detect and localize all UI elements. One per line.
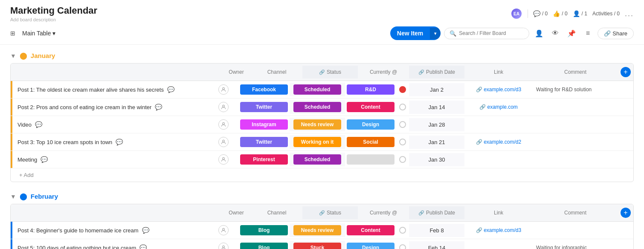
cell-channel[interactable]: Pinterest	[238, 153, 290, 166]
owner-avatar[interactable]	[218, 102, 229, 112]
link-value[interactable]: 🔗 example.com/d2	[476, 139, 521, 145]
share-button[interactable]: 🔗 Share	[598, 28, 634, 39]
comment-icon[interactable]: 💬	[155, 104, 162, 110]
owner-avatar[interactable]	[218, 137, 229, 147]
new-item-button[interactable]: New Item ▾	[390, 26, 441, 40]
cell-currently[interactable]: Content	[345, 100, 396, 114]
comment-icon[interactable]: 💬	[116, 139, 123, 145]
table-row[interactable]: Post 1: The oldest ice cream maker alive…	[11, 81, 633, 98]
dot-circle[interactable]	[399, 86, 406, 93]
dot-circle[interactable]	[399, 244, 406, 249]
comment-icon[interactable]: 💬	[41, 156, 48, 163]
comment-icon[interactable]: 💬	[35, 121, 42, 128]
cell-link[interactable]	[464, 156, 533, 163]
cell-status[interactable]: Scheduled	[290, 153, 345, 166]
cell-owner[interactable]	[209, 81, 238, 98]
table-row[interactable]: Meeting 💬 Pinterest Scheduled	[11, 151, 633, 168]
cell-publish[interactable]: Jan 21	[409, 136, 464, 149]
activities-button[interactable]: Activities / 0	[592, 11, 620, 17]
owner-avatar[interactable]	[218, 119, 229, 130]
cell-dot[interactable]	[396, 104, 409, 110]
dot-circle[interactable]	[399, 104, 406, 110]
avatar[interactable]: EA	[511, 8, 522, 20]
owner-avatar[interactable]	[218, 243, 229, 249]
table-row[interactable]: Post 4: Beginner's guide to homemade ice…	[11, 222, 633, 239]
cell-owner[interactable]	[209, 133, 238, 151]
cell-link[interactable]: 🔗 example.com/d3	[464, 224, 533, 237]
link-value[interactable]: 🔗 example.com/d3	[476, 87, 521, 93]
cell-link[interactable]	[464, 244, 533, 249]
cell-status[interactable]: Stuck	[290, 241, 345, 249]
cell-currently[interactable]	[345, 153, 396, 166]
cell-channel[interactable]: Instagram	[238, 118, 290, 131]
like-stat[interactable]: 👍 / 0	[553, 10, 567, 17]
comment-icon[interactable]: 💬	[139, 244, 147, 249]
cell-dot[interactable]	[396, 244, 409, 249]
dot-circle[interactable]	[399, 139, 406, 145]
search-input[interactable]	[459, 30, 524, 36]
cell-currently[interactable]: Design	[345, 241, 396, 249]
table-row[interactable]: Post 2: Pros and cons of eating ice crea…	[11, 98, 633, 116]
owner-avatar[interactable]	[218, 225, 229, 235]
cell-dot[interactable]	[396, 121, 409, 128]
app-subtitle[interactable]: Add board description	[10, 17, 97, 22]
eye-icon[interactable]: 👁	[549, 27, 562, 40]
table-row[interactable]: Post 5: 100 days of eating nothing but i…	[11, 239, 633, 249]
add-column-button-feb[interactable]: +	[621, 208, 631, 218]
cell-status[interactable]: Working on it	[290, 135, 345, 149]
cell-status[interactable]: Scheduled	[290, 100, 345, 114]
more-button[interactable]: ...	[625, 9, 634, 18]
avatar-group[interactable]: EA	[511, 8, 522, 20]
dot-circle[interactable]	[399, 227, 406, 234]
cell-publish[interactable]: Feb 14	[409, 241, 464, 249]
cell-dot[interactable]	[396, 156, 409, 163]
cell-currently[interactable]: Design	[345, 118, 396, 131]
cell-currently[interactable]: Social	[345, 135, 396, 149]
cell-dot[interactable]	[396, 227, 409, 234]
cell-currently[interactable]: R&D	[345, 83, 396, 96]
cell-owner[interactable]	[209, 222, 238, 239]
cell-publish[interactable]: Jan 2	[409, 83, 464, 96]
january-toggle[interactable]: ▼	[10, 52, 16, 59]
cell-publish[interactable]: Jan 14	[409, 101, 464, 114]
cell-dot[interactable]	[396, 139, 409, 145]
cell-publish[interactable]: Jan 28	[409, 118, 464, 131]
dot-circle[interactable]	[399, 156, 406, 163]
cell-currently[interactable]: Content	[345, 223, 396, 237]
cell-channel[interactable]: Twitter	[238, 100, 290, 114]
cell-status[interactable]: Needs review	[290, 118, 345, 131]
cell-channel[interactable]: Facebook	[238, 83, 290, 96]
owner-avatar[interactable]	[218, 84, 229, 95]
pin-icon[interactable]: 📌	[565, 27, 578, 40]
search-box[interactable]: 🔍	[444, 28, 529, 39]
comment-icon[interactable]: 💬	[167, 86, 174, 93]
link-value[interactable]: 🔗 example.com	[479, 104, 518, 110]
add-column-button[interactable]: +	[621, 67, 631, 77]
cell-owner[interactable]	[209, 239, 238, 249]
cell-link[interactable]: 🔗 example.com	[464, 101, 533, 113]
main-table-button[interactable]: Main Table ▾	[19, 28, 59, 38]
cell-publish[interactable]: Jan 30	[409, 153, 464, 166]
chat-stat[interactable]: 💬 / 0	[533, 10, 548, 17]
filter-icon[interactable]: ≡	[581, 27, 594, 40]
cell-link[interactable]: 🔗 example.com/d3	[464, 83, 533, 96]
cell-owner[interactable]	[209, 151, 238, 168]
table-row[interactable]: Video 💬 Instagram Needs review Design	[11, 116, 633, 133]
cell-channel[interactable]: Blog	[238, 223, 290, 237]
table-row[interactable]: Post 3: Top 10 ice cream spots in town 💬…	[11, 133, 633, 151]
comment-icon[interactable]: 💬	[142, 227, 149, 234]
january-add-row[interactable]: + Add	[11, 168, 633, 182]
cell-link[interactable]: 🔗 example.com/d2	[464, 136, 533, 148]
person-filter-icon[interactable]: 👤	[533, 27, 545, 40]
cell-status[interactable]: Needs review	[290, 223, 345, 237]
dot-circle[interactable]	[399, 121, 406, 128]
cell-owner[interactable]	[209, 116, 238, 133]
cell-link[interactable]	[464, 121, 533, 128]
february-toggle[interactable]: ▼	[10, 193, 16, 200]
cell-channel[interactable]: Blog	[238, 241, 290, 249]
cell-channel[interactable]: Twitter	[238, 135, 290, 149]
cell-owner[interactable]	[209, 98, 238, 116]
cell-dot[interactable]	[396, 86, 409, 93]
users-stat[interactable]: 👤 / 1	[573, 10, 587, 17]
cell-publish[interactable]: Feb 8	[409, 224, 464, 237]
